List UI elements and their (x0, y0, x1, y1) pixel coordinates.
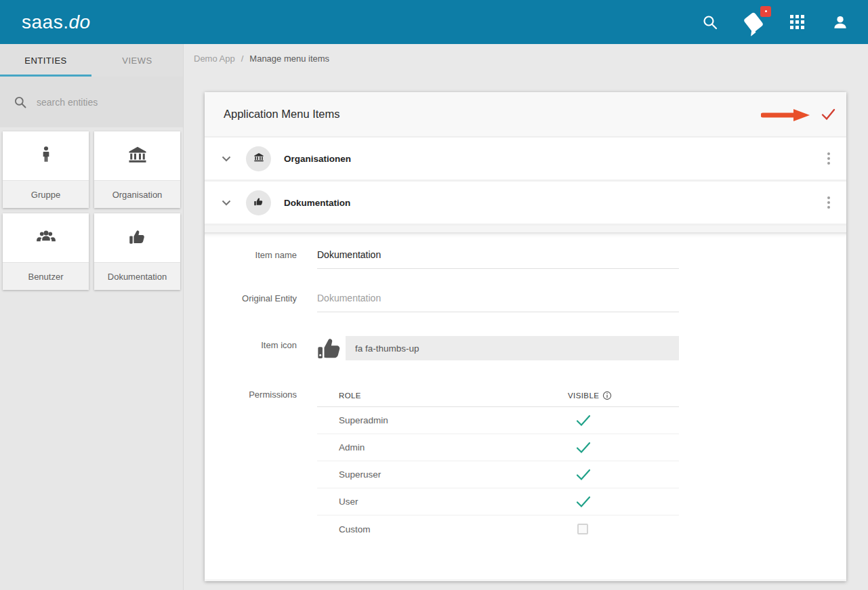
original-entity-label: Original Entity (205, 288, 317, 312)
entity-label: Benutzer (3, 262, 89, 290)
tab-views[interactable]: VIEWS (91, 44, 183, 77)
menu-items-card: Application Menu Items Organisationen Do… (205, 92, 846, 581)
thumbs-up-icon (253, 196, 264, 209)
permission-row-admin: Admin (317, 434, 679, 461)
app-logo[interactable]: saas.do (22, 12, 91, 33)
menu-item-row-dokumentation[interactable]: Dokumentation (205, 182, 846, 226)
item-name-label: Item name (205, 245, 317, 269)
permission-row-superadmin: Superadmin (317, 407, 679, 434)
bank-icon (253, 152, 264, 165)
visible-checkbox-unchecked[interactable] (577, 524, 588, 534)
search-input[interactable] (37, 97, 152, 108)
search-icon[interactable] (699, 11, 722, 34)
more-options-icon[interactable] (823, 148, 834, 169)
visible-check-icon[interactable] (568, 442, 591, 454)
chevron-down-icon[interactable] (219, 197, 234, 209)
visible-check-icon[interactable] (568, 415, 591, 427)
entity-label: Dokumentation (94, 262, 180, 290)
tab-entities[interactable]: ENTITIES (0, 44, 91, 77)
menu-item-label: Dokumentation (284, 198, 350, 208)
permission-row-user: User (317, 488, 679, 515)
entity-card-benutzer[interactable]: Benutzer (3, 213, 89, 290)
annotation-arrow (761, 108, 811, 122)
breadcrumb-page: Manage menu items (249, 54, 329, 64)
item-icon-input[interactable] (346, 336, 679, 360)
info-icon[interactable] (602, 391, 612, 400)
permission-row-superuser: Superuser (317, 461, 679, 488)
breadcrumb-separator: / (241, 54, 244, 64)
users-icon (36, 226, 56, 249)
item-name-input[interactable] (317, 245, 679, 269)
breadcrumb: Demo App / Manage menu items (194, 54, 329, 64)
menu-item-label: Organisationen (284, 154, 351, 164)
breadcrumb-app[interactable]: Demo App (194, 54, 235, 64)
role-name: Superadmin (317, 415, 568, 425)
permission-row-custom: Custom (317, 515, 679, 543)
notifications-icon[interactable] (742, 11, 765, 34)
permissions-table: ROLE VISIBLE Superadmin Admin (317, 384, 679, 543)
save-check-icon[interactable] (821, 108, 835, 121)
sidebar-tabs: ENTITIES VIEWS (0, 44, 183, 77)
menu-item-detail-panel: Item name Original Entity Item icon Perm… (205, 232, 846, 579)
app-header: saas.do (0, 0, 868, 44)
account-icon[interactable] (829, 11, 852, 34)
thumbs-up-icon (128, 228, 146, 249)
role-name: Superuser (317, 469, 568, 480)
entity-label: Organisation (94, 180, 180, 208)
entity-card-dokumentation[interactable]: Dokumentation (94, 213, 180, 290)
role-name: User (317, 497, 568, 507)
chevron-down-icon[interactable] (219, 153, 234, 165)
bank-icon (127, 144, 148, 167)
role-name: Custom (317, 524, 568, 534)
male-icon (37, 146, 55, 166)
card-header: Application Menu Items (205, 92, 846, 138)
logo-text: saas. (22, 12, 68, 33)
search-icon (14, 96, 27, 109)
entity-card-gruppe[interactable]: Gruppe (3, 131, 89, 208)
thumbs-up-icon (314, 335, 344, 362)
entity-grid: Gruppe Organisation Benutzer Dokumentati… (0, 129, 183, 293)
entity-label: Gruppe (3, 180, 89, 208)
role-name: Admin (317, 442, 568, 452)
sidebar: ENTITIES VIEWS Gruppe Organisation Benut… (0, 44, 184, 590)
entity-search (0, 77, 183, 127)
entity-card-organisation[interactable]: Organisation (94, 131, 180, 208)
avatar (246, 190, 271, 215)
visible-column-header: VISIBLE (568, 392, 599, 400)
visible-check-icon[interactable] (568, 496, 591, 508)
more-options-icon[interactable] (823, 192, 834, 213)
apps-grid-icon[interactable] (785, 11, 808, 34)
menu-item-row-organisationen[interactable]: Organisationen (205, 138, 846, 182)
role-column-header: ROLE (317, 392, 568, 400)
original-entity-input[interactable] (317, 288, 679, 312)
page-title: Application Menu Items (224, 108, 340, 121)
visible-check-icon[interactable] (568, 469, 591, 481)
permissions-label: Permissions (205, 384, 317, 543)
permissions-table-header: ROLE VISIBLE (317, 384, 679, 407)
logo-text-italic: do (68, 12, 90, 33)
notification-badge (760, 6, 771, 17)
item-icon-label: Item icon (205, 335, 317, 362)
avatar (246, 146, 271, 171)
